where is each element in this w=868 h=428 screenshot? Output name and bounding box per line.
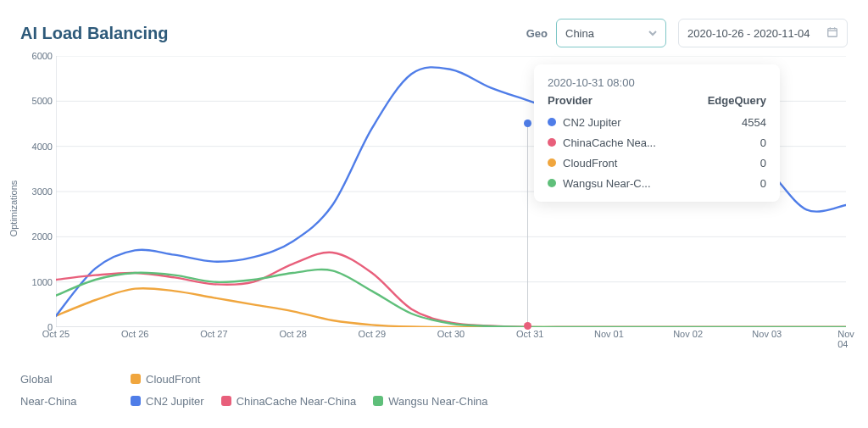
y-tick: 4000: [32, 142, 53, 152]
legend-item[interactable]: CloudFront: [131, 373, 200, 386]
date-range-picker[interactable]: 2020-10-26 - 2020-11-04: [678, 19, 848, 47]
header: AI Load Balancing Geo China 2020-10-26 -…: [0, 0, 868, 56]
tooltip-swatch: [548, 118, 556, 126]
hover-guideline: [527, 122, 528, 325]
tooltip-value: 0: [724, 157, 766, 170]
legend-item[interactable]: CN2 Jupiter: [131, 395, 204, 408]
legend-swatch: [131, 396, 141, 406]
date-range-value: 2020-10-26 - 2020-11-04: [687, 27, 810, 40]
legend-swatch: [221, 396, 231, 406]
legend-row: Near-ChinaCN2 JupiterChinaCache Near-Chi…: [20, 390, 848, 412]
tooltip-value: 4554: [724, 116, 766, 129]
x-tick: Oct 25: [42, 329, 70, 339]
tooltip-row: Wangsu Near-C...0: [548, 173, 766, 193]
legend-item-label: CloudFront: [146, 373, 200, 386]
x-tick: Nov 01: [594, 329, 624, 339]
x-tick: Nov 03: [752, 329, 782, 339]
tooltip-provider: CloudFront: [563, 157, 724, 170]
tooltip-value: 0: [724, 177, 766, 190]
legend-item-label: Wangsu Near-China: [388, 395, 487, 408]
tooltip-swatch: [548, 179, 556, 187]
legend: GlobalCloudFrontNear-ChinaCN2 JupiterChi…: [0, 361, 868, 412]
tooltip-col-provider: Provider: [548, 94, 593, 107]
tooltip-col-value: EdgeQuery: [708, 94, 766, 107]
x-tick: Oct 31: [516, 329, 543, 339]
tooltip-value: 0: [724, 136, 766, 149]
chart[interactable]: Optimizations 0100020003000400050006000 …: [20, 56, 848, 361]
geo-select[interactable]: China: [556, 19, 666, 47]
tooltip-row: CN2 Jupiter4554: [548, 112, 766, 132]
y-tick: 6000: [32, 51, 53, 61]
x-tick: Nov 02: [673, 329, 703, 339]
y-tick: 3000: [32, 186, 53, 197]
x-tick: Oct 29: [359, 329, 386, 339]
tooltip-swatch: [548, 158, 556, 167]
y-tick: 5000: [32, 96, 53, 106]
tooltip: 2020-10-31 08:00 Provider EdgeQuery CN2 …: [534, 64, 780, 202]
legend-group-label: Global: [20, 373, 114, 386]
legend-group-label: Near-China: [20, 395, 114, 408]
legend-swatch: [131, 374, 141, 384]
legend-item[interactable]: ChinaCache Near-China: [221, 395, 357, 408]
x-tick: Oct 27: [200, 329, 227, 339]
tooltip-swatch: [548, 138, 556, 147]
svg-rect-0: [828, 28, 837, 36]
x-tick: Oct 28: [279, 329, 306, 339]
page-title: AI Load Balancing: [20, 24, 526, 43]
y-tick: 1000: [32, 277, 53, 287]
tooltip-row: ChinaCache Nea...0: [548, 132, 766, 153]
x-tick: Oct 30: [437, 329, 465, 339]
geo-select-value: China: [565, 27, 594, 40]
tooltip-provider: Wangsu Near-C...: [563, 177, 724, 190]
legend-item-label: ChinaCache Near-China: [236, 395, 357, 408]
hover-marker-blue: [524, 120, 531, 127]
y-axis-label: Optimizations: [8, 181, 19, 237]
tooltip-row: CloudFront0: [548, 153, 766, 173]
tooltip-provider: CN2 Jupiter: [563, 116, 724, 129]
tooltip-provider: ChinaCache Nea...: [563, 136, 724, 149]
y-tick: 2000: [32, 231, 53, 242]
tooltip-timestamp: 2020-10-31 08:00: [548, 76, 766, 89]
y-ticks: 0100020003000400050006000: [20, 56, 56, 327]
legend-row: GlobalCloudFront: [20, 368, 848, 390]
x-tick: Nov 04: [837, 329, 854, 349]
calendar-icon: [826, 26, 838, 41]
legend-item-label: CN2 Jupiter: [146, 395, 204, 408]
geo-label: Geo: [526, 27, 548, 40]
legend-swatch: [373, 396, 383, 406]
hover-marker-pink: [524, 322, 531, 330]
x-tick: Oct 26: [121, 329, 148, 339]
legend-item[interactable]: Wangsu Near-China: [373, 395, 487, 408]
chevron-down-icon: [648, 29, 657, 37]
